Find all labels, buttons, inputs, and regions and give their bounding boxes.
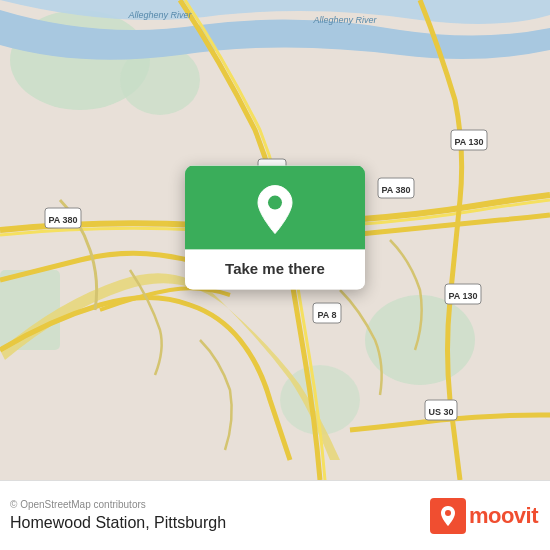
popup-card: Take me there: [185, 166, 365, 290]
svg-text:PA 380: PA 380: [381, 185, 410, 195]
moovit-logo[interactable]: moovit: [430, 498, 538, 534]
svg-text:PA 8: PA 8: [317, 310, 336, 320]
svg-point-24: [268, 196, 282, 210]
moovit-icon-bg: [430, 498, 466, 534]
moovit-pin-icon: [439, 505, 457, 527]
svg-text:Allegheny River: Allegheny River: [127, 10, 192, 20]
moovit-brand-text: moovit: [469, 503, 538, 529]
location-pin-icon: [253, 184, 297, 236]
bottom-bar: © OpenStreetMap contributors Homewood St…: [0, 480, 550, 550]
svg-text:PA 380: PA 380: [48, 215, 77, 225]
bottom-left: © OpenStreetMap contributors Homewood St…: [10, 499, 226, 532]
map-container: PA 8 PA 8 PA 8 PA 380 PA 380 PA 130 PA 1…: [0, 0, 550, 480]
popup-top: [185, 166, 365, 250]
location-name: Homewood Station, Pittsburgh: [10, 514, 226, 532]
popup-bottom: Take me there: [185, 250, 365, 290]
attribution-text: © OpenStreetMap contributors: [10, 499, 226, 510]
svg-text:PA 130: PA 130: [454, 137, 483, 147]
svg-point-25: [445, 510, 451, 516]
svg-text:US 30: US 30: [428, 407, 453, 417]
svg-text:PA 130: PA 130: [448, 291, 477, 301]
take-me-there-button[interactable]: Take me there: [225, 260, 325, 277]
svg-text:Allegheny River: Allegheny River: [312, 15, 377, 25]
